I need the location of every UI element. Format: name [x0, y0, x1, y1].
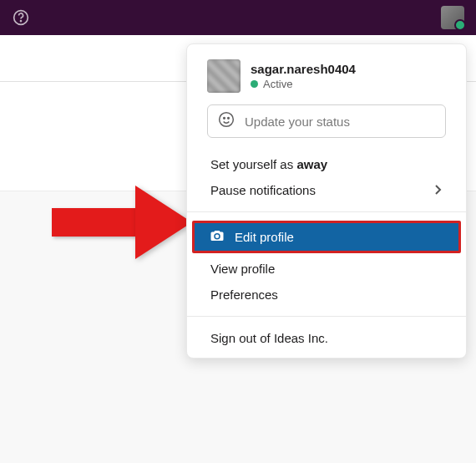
presence: Active — [251, 78, 356, 90]
set-away-bold: away — [296, 157, 327, 171]
camera-icon — [210, 228, 225, 246]
svg-point-2 — [220, 113, 234, 127]
status-placeholder: Update your status — [245, 114, 350, 129]
edit-profile-label: Edit profile — [235, 230, 294, 244]
divider — [187, 316, 466, 317]
presence-dot-icon — [251, 80, 258, 88]
user-avatar — [207, 59, 241, 93]
presence-label: Active — [263, 78, 292, 90]
topbar — [0, 0, 476, 35]
svg-point-4 — [228, 118, 230, 120]
menu-view-profile[interactable]: View profile — [187, 256, 466, 282]
view-profile-label: View profile — [210, 262, 275, 276]
set-away-prefix: Set yourself as — [210, 157, 296, 171]
divider — [187, 211, 466, 212]
sign-out-label: Sign out of Ideas Inc. — [210, 331, 328, 345]
status-input[interactable]: Update your status — [207, 104, 446, 138]
smiley-icon — [218, 111, 235, 131]
menu-preferences[interactable]: Preferences — [187, 282, 466, 308]
username: sagar.naresh0404 — [251, 62, 356, 76]
preferences-label: Preferences — [210, 287, 278, 302]
menu-edit-profile[interactable]: Edit profile — [192, 221, 461, 253]
chevron-right-icon — [434, 183, 443, 197]
profile-header: sagar.naresh0404 Active — [187, 59, 466, 104]
user-avatar-small[interactable] — [441, 6, 464, 29]
pause-notifications-label: Pause notifications — [210, 183, 316, 197]
svg-point-3 — [224, 118, 225, 120]
help-icon[interactable] — [12, 8, 30, 27]
callout-arrow — [52, 186, 200, 257]
menu-set-away[interactable]: Set yourself as away — [187, 151, 466, 177]
user-menu: sagar.naresh0404 Active Update your stat… — [186, 43, 467, 359]
menu-pause-notifications[interactable]: Pause notifications — [187, 177, 466, 203]
menu-sign-out[interactable]: Sign out of Ideas Inc. — [187, 325, 466, 351]
svg-point-1 — [21, 21, 22, 22]
